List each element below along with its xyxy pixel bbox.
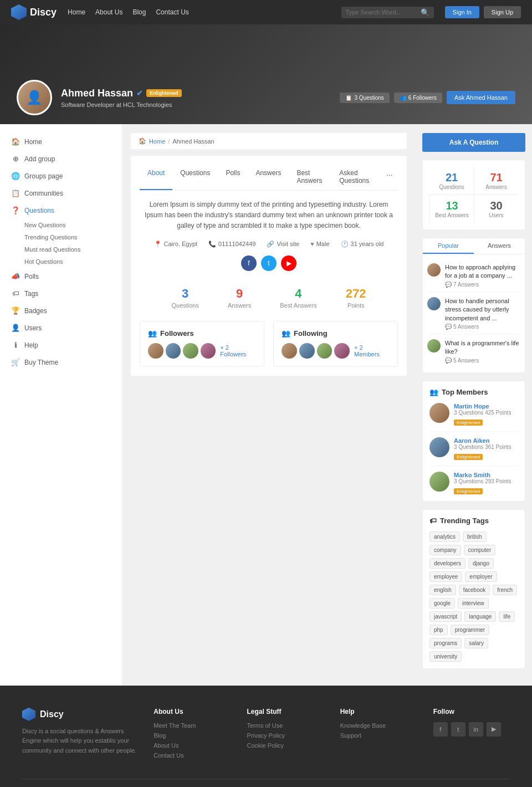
- following-avatars: + 2 Members: [282, 343, 390, 359]
- sidebar-item-polls[interactable]: 📣 Polls: [0, 268, 122, 285]
- followers-more[interactable]: + 2 Followers: [220, 344, 256, 357]
- tag-programs[interactable]: programs: [429, 638, 462, 648]
- tab-popular[interactable]: Popular: [423, 238, 474, 254]
- tab-asked-questions[interactable]: Asked Questions: [331, 165, 381, 190]
- youtube-link[interactable]: ▶: [281, 255, 296, 271]
- tag-employer[interactable]: employer: [465, 571, 497, 582]
- tag-university[interactable]: university: [429, 651, 462, 662]
- header-buttons: Sign In Sign Up: [445, 6, 521, 18]
- sidebar-sub-must-read[interactable]: Must read Questions: [24, 243, 122, 255]
- tag-life[interactable]: life: [499, 611, 515, 622]
- tag-british[interactable]: british: [463, 532, 487, 542]
- sidebar-item-communities[interactable]: 📋 Communities: [0, 185, 122, 202]
- sidebar-item-badges[interactable]: 🏆 Badges: [0, 302, 122, 319]
- ask-question-button[interactable]: Ask A Question: [422, 133, 525, 152]
- profile-meta: 📍 Cairo, Egypt 📞 01111042449 🔗 Visit sit…: [140, 241, 398, 248]
- footer-linkedin-icon[interactable]: in: [469, 722, 483, 737]
- nav-home[interactable]: Home: [68, 8, 85, 16]
- trending-tags-card: 🏷 Trending Tags analyticsbritishcompanyc…: [422, 509, 525, 669]
- follower-avatar-2: [166, 343, 181, 359]
- qa-question-2[interactable]: How to handle personal stress caused by …: [445, 297, 520, 323]
- member-name-2[interactable]: Aaron Aiken: [454, 437, 518, 444]
- right-sidebar: Ask A Question 21 Questions 71 Answers 1…: [416, 124, 532, 686]
- facebook-link[interactable]: f: [241, 255, 257, 271]
- tab-about[interactable]: About: [140, 165, 172, 190]
- sidebar-sub-trending-questions[interactable]: Trending Questions: [24, 231, 122, 243]
- qa-question-3[interactable]: What is a programmer's life like?: [445, 339, 520, 356]
- search-input[interactable]: [346, 9, 418, 16]
- breadcrumb-home-link[interactable]: Home: [149, 138, 165, 145]
- member-name-1[interactable]: Martin Hope: [454, 403, 518, 410]
- tag-french[interactable]: french: [493, 585, 517, 595]
- meta-location-text: Cairo, Egypt: [164, 241, 198, 247]
- footer-link-contact[interactable]: Contact Us: [154, 752, 230, 759]
- nav-contact[interactable]: Contact Us: [156, 8, 188, 16]
- tag-salary[interactable]: salary: [464, 638, 488, 648]
- verified-icon: ✔: [136, 89, 143, 98]
- tags-icon: 🏷: [11, 289, 20, 298]
- sidebar-item-buy-theme[interactable]: 🛒 Buy Theme: [0, 354, 122, 371]
- signin-button[interactable]: Sign In: [445, 6, 479, 18]
- sidebar-item-questions[interactable]: ❓ Questions: [0, 202, 122, 219]
- member-name-3[interactable]: Marko Smith: [454, 472, 518, 478]
- search-icon[interactable]: 🔍: [421, 8, 429, 17]
- footer-twitter-icon[interactable]: t: [451, 722, 466, 737]
- tag-django[interactable]: django: [468, 558, 494, 569]
- tab-answers[interactable]: Answers: [474, 238, 525, 254]
- footer-link-knowledge-base[interactable]: Knowledge Base: [340, 722, 417, 729]
- tag-google[interactable]: google: [429, 598, 455, 609]
- sidebar-item-help[interactable]: ℹ Help: [0, 336, 122, 354]
- meta-location: 📍 Cairo, Egypt: [154, 241, 198, 248]
- footer-link-support[interactable]: Support: [340, 732, 417, 739]
- tag-interview[interactable]: interview: [458, 598, 488, 609]
- following-more[interactable]: + 2 Members: [354, 344, 390, 357]
- logo[interactable]: Discy: [11, 4, 57, 20]
- footer-link-cookie[interactable]: Cookie Policy: [247, 742, 323, 749]
- sidebar-item-tags[interactable]: 🏷 Tags: [0, 285, 122, 302]
- ask-user-button[interactable]: Ask Ahmed Hassan: [447, 91, 515, 104]
- tab-more[interactable]: ...: [381, 165, 398, 190]
- footer-social-icons: f t in ▶: [433, 722, 510, 737]
- logo-text: Discy: [30, 7, 57, 18]
- sidebar-item-home[interactable]: 🏠 Home: [0, 133, 122, 150]
- footer-facebook-icon[interactable]: f: [433, 722, 448, 737]
- user-title: Software Developer at HCL Technologies: [61, 101, 331, 108]
- footer-link-privacy[interactable]: Privacy Policy: [247, 732, 323, 739]
- meta-website[interactable]: 🔗 Visit site: [267, 241, 299, 248]
- footer-link-about-us[interactable]: About Us: [154, 742, 230, 749]
- twitter-link[interactable]: t: [261, 255, 277, 271]
- footer-link-blog[interactable]: Blog: [154, 732, 230, 739]
- sidebar-sub-new-questions[interactable]: New Questions: [24, 219, 122, 231]
- signup-button[interactable]: Sign Up: [484, 6, 521, 18]
- tag-company[interactable]: company: [429, 545, 461, 555]
- tag-php[interactable]: php: [429, 625, 448, 635]
- footer-link-terms[interactable]: Terms of Use: [247, 722, 323, 729]
- sidebar-sub-hot-questions[interactable]: Hot Questions: [24, 255, 122, 268]
- footer-youtube-icon[interactable]: ▶: [487, 722, 501, 737]
- qa-question-1[interactable]: How to approach applying for a job at a …: [445, 263, 520, 280]
- tag-computer[interactable]: computer: [464, 545, 496, 555]
- sidebar-item-add-group[interactable]: ⊕ Add group: [0, 150, 122, 167]
- tag-developers[interactable]: developers: [429, 558, 466, 569]
- nav-blog[interactable]: Blog: [132, 8, 146, 16]
- footer-logo-icon: [22, 708, 35, 721]
- tab-polls[interactable]: Polls: [218, 165, 248, 190]
- tag-language[interactable]: language: [464, 611, 496, 622]
- sidebar-item-groups-page[interactable]: 🌐 Groups page: [0, 167, 122, 185]
- hero-content: 👤 Ahmed Hassan ✔ Enlightened Software De…: [17, 80, 515, 115]
- tag-analytics[interactable]: analytics: [429, 532, 460, 542]
- footer-link-meet-team[interactable]: Meet The Team: [154, 722, 230, 729]
- tab-questions[interactable]: Questions: [172, 165, 218, 190]
- tag-employee[interactable]: employee: [429, 571, 462, 582]
- tag-javascript[interactable]: javascript: [429, 611, 462, 622]
- following-avatar-1: [282, 343, 297, 359]
- tag-english[interactable]: english: [429, 585, 456, 595]
- nav-about[interactable]: About Us: [95, 8, 122, 16]
- sidebar-item-users[interactable]: 👤 Users: [0, 319, 122, 336]
- tag-facebook[interactable]: facebook: [459, 585, 490, 595]
- tab-answers[interactable]: Answers: [248, 165, 289, 190]
- right-stats-card: 21 Questions 71 Answers 13 Best Answers …: [422, 160, 525, 230]
- tab-best-answers[interactable]: Best Answers: [289, 165, 331, 190]
- tag-programmer[interactable]: programmer: [451, 625, 489, 635]
- stat-questions: 3 Questions: [160, 281, 210, 314]
